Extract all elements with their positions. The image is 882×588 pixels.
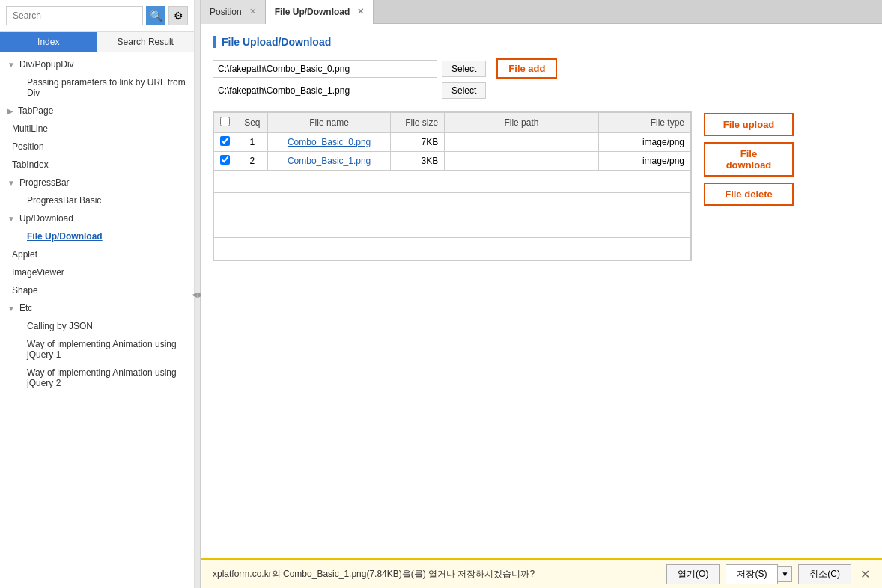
tab-position[interactable]: Position ✕ [201,0,266,24]
table-and-buttons: Seq File name File size File path File t… [213,111,870,261]
nav-group-position: Position [0,138,194,156]
tab-file-updownload-label: File Up/Download [275,7,350,17]
table-header-row: Seq File name File size File path File t… [214,113,691,133]
nav-group-label-position: Position [12,141,44,152]
download-message: xplatform.co.kr의 Combo_Basic_1.png(7.84K… [213,568,660,581]
search-button[interactable]: 🔍 [146,6,165,25]
nav-group-label-updownload: Up/Download [19,213,73,224]
nav-group-progressbar: ▼ ProgressBar ProgressBar Basic [0,174,194,209]
th-size: File size [391,113,445,133]
download-close-button[interactable]: ✕ [860,567,870,581]
content-area: File Upload/Download Select File add Sel… [201,24,882,588]
nav-group-shape: Shape [0,281,194,299]
table-row: 1 Combo_Basic_0.png 7KB image/png [214,133,691,152]
sidebar-item-animation1[interactable]: Way of implementing Animation using jQue… [0,335,194,364]
nav-group-label-applet: Applet [12,249,37,260]
sidebar-nav: ▼ Div/PopupDiv Passing parameters to lin… [0,52,194,588]
file-input-row-1: Select [213,82,870,99]
tab-position-close[interactable]: ✕ [249,7,256,16]
file-delete-button[interactable]: File delete [704,183,794,206]
select-all-checkbox[interactable] [220,117,230,126]
sidebar-item-passing-params[interactable]: Passing parameters to link by URL from D… [0,73,194,102]
nav-group-header-tabindex[interactable]: TabIndex [0,156,194,174]
toggle-icon: ▼ [7,61,15,69]
tab-file-updownload-close[interactable]: ✕ [357,7,364,16]
file-input-1[interactable] [213,82,437,99]
search-input[interactable] [6,6,143,25]
nav-group-label-div-popup: Div/PopupDiv [19,59,74,70]
right-panel: File upload File download File delete [704,111,794,206]
select-button-1[interactable]: Select [442,82,486,99]
save-dropdown-button[interactable]: ▼ [778,566,792,582]
file-input-row-0: Select File add [213,58,870,79]
td-check-0 [214,133,237,152]
file-table: Seq File name File size File path File t… [213,112,691,260]
nav-group-label-etc: Etc [19,303,32,313]
nav-group-label-imageviewer: ImageViewer [12,267,64,278]
nav-group-header-tabpage[interactable]: ▶ TabPage [0,102,194,120]
nav-group-header-position[interactable]: Position [0,138,194,156]
tab-index[interactable]: Index [0,32,97,52]
nav-group-updownload: ▼ Up/Download File Up/Download [0,209,194,245]
file-download-button[interactable]: File download [704,142,794,177]
cancel-button[interactable]: 취소(C) [798,564,851,584]
td-type-1: image/png [598,152,690,171]
save-button[interactable]: 저장(S) [726,564,778,584]
toggle-icon-tabpage: ▶ [7,107,13,115]
td-type-0: image/png [598,133,690,152]
nav-group-header-etc[interactable]: ▼ Etc [0,299,194,317]
nav-group-label-multiline: MultiLine [12,123,48,134]
nav-group-div-popup: ▼ Div/PopupDiv Passing parameters to lin… [0,55,194,102]
open-button[interactable]: 열기(O) [666,564,720,584]
td-path-1 [445,152,598,171]
file-upload-button[interactable]: File upload [704,113,794,136]
nav-group-header-div-popup[interactable]: ▼ Div/PopupDiv [0,55,194,73]
sidebar-item-progressbar-basic[interactable]: ProgressBar Basic [0,192,194,209]
nav-group-header-applet[interactable]: Applet [0,245,194,263]
row-checkbox-1[interactable] [220,155,230,165]
nav-group-imageviewer: ImageViewer [0,263,194,281]
settings-button[interactable]: ⚙ [168,6,188,25]
nav-group-header-progressbar[interactable]: ▼ ProgressBar [0,174,194,192]
nav-group-multiline: MultiLine [0,120,194,138]
select-button-0[interactable]: Select [442,61,486,77]
nav-group-header-multiline[interactable]: MultiLine [0,120,194,138]
file-input-0[interactable] [213,60,437,78]
table-row: 2 Combo_Basic_1.png 3KB image/png [214,152,691,171]
save-button-group: 저장(S) ▼ [720,564,792,584]
nav-group-header-shape[interactable]: Shape [0,281,194,299]
tab-bar: Position ✕ File Up/Download ✕ [201,0,882,24]
td-size-0: 7KB [391,133,445,152]
resize-handle[interactable]: ◀▶ [195,0,201,588]
th-type: File type [598,113,690,133]
td-name-0[interactable]: Combo_Basic_0.png [267,133,390,152]
td-seq-1: 2 [237,152,267,171]
tab-search-result[interactable]: Search Result [97,32,195,52]
nav-group-tabindex: TabIndex [0,156,194,174]
nav-group-label-progressbar: ProgressBar [19,177,70,188]
nav-group-header-updownload[interactable]: ▼ Up/Download [0,209,194,227]
file-table-container: Seq File name File size File path File t… [213,111,692,261]
td-name-1[interactable]: Combo_Basic_1.png [267,152,390,171]
download-bar: xplatform.co.kr의 Combo_Basic_1.png(7.84K… [201,558,882,588]
app-container: 🔍 ⚙ Index Search Result ▼ Div/PopupDiv P… [0,0,882,588]
table-empty-row [214,193,691,215]
tab-file-updownload[interactable]: File Up/Download ✕ [266,0,374,24]
nav-group-header-imageviewer[interactable]: ImageViewer [0,263,194,281]
nav-group-label-tabpage: TabPage [18,105,53,116]
sidebar-item-calling-json[interactable]: Calling by JSON [0,317,194,335]
sidebar-tabs: Index Search Result [0,32,194,52]
th-seq: Seq [237,113,267,133]
td-path-0 [445,133,598,152]
th-check [214,113,237,133]
td-size-1: 3KB [391,152,445,171]
sidebar-item-animation2[interactable]: Way of implementing Animation using jQue… [0,364,194,392]
sidebar-item-file-updownload[interactable]: File Up/Download [0,227,194,245]
td-check-1 [214,152,237,171]
file-add-button[interactable]: File add [496,58,557,79]
row-checkbox-0[interactable] [220,136,230,146]
th-path: File path [445,113,598,133]
table-empty-row [214,215,691,238]
nav-group-label-shape: Shape [12,285,38,295]
th-name: File name [267,113,390,133]
